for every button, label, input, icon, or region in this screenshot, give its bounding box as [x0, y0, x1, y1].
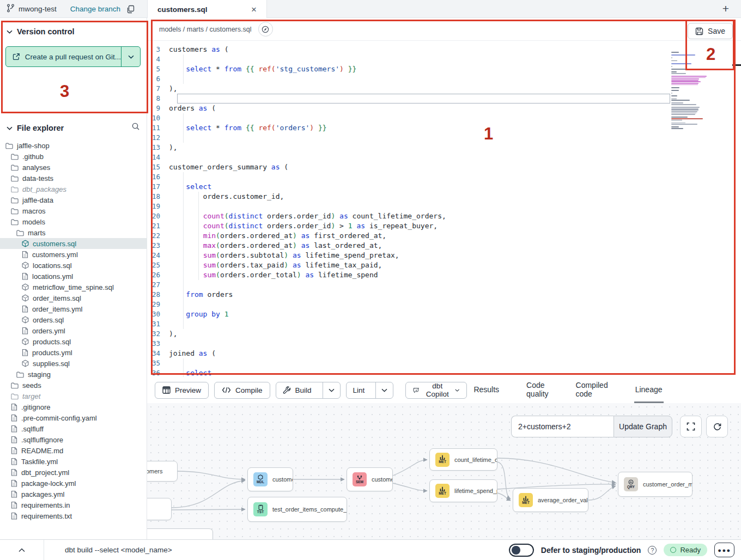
- code-line-22[interactable]: 22 min(orders.ordered_at) as first_order…: [147, 231, 741, 241]
- code-line-28[interactable]: 28 from orders: [147, 290, 741, 300]
- tree-item--sqlfluff[interactable]: .sqlfluff: [0, 423, 147, 434]
- code-line-12[interactable]: 12: [147, 133, 741, 143]
- code-line-7[interactable]: 7),: [147, 84, 741, 94]
- lineage-node-customers[interactable]: MDLcustomers: [247, 467, 293, 491]
- code-line-11[interactable]: 11 select * from {{ ref('orders') }}: [147, 123, 741, 133]
- code-line-21[interactable]: 21 count(distinct orders.order_id) > 1 a…: [147, 221, 741, 231]
- tab-results[interactable]: Results: [472, 377, 500, 403]
- tree-item-supplies-sql[interactable]: supplies.sql: [0, 358, 147, 369]
- tab-compiled-code[interactable]: Compiled code: [575, 377, 609, 403]
- code-line-23[interactable]: 23 max(orders.ordered_at) as last_ordere…: [147, 241, 741, 251]
- change-branch-link[interactable]: Change branch: [70, 5, 120, 13]
- lint-button[interactable]: Lint: [347, 382, 372, 398]
- code-line-27[interactable]: 27: [147, 280, 741, 290]
- lineage-node-test-order-items-compute-to-bools-[interactable]: TSTtest_order_items_compute_to_bools...: [247, 497, 347, 522]
- more-options-button[interactable]: ●●●: [714, 543, 734, 557]
- tree-item-jaffle-shop[interactable]: jaffle-shop: [0, 140, 147, 151]
- command-expand-caret[interactable]: [0, 548, 44, 552]
- tab-code-quality[interactable]: Code quality: [525, 377, 549, 403]
- tree-item-dbt-packages[interactable]: dbt_packages: [0, 184, 147, 194]
- compile-button[interactable]: Compile: [214, 382, 270, 399]
- code-line-34[interactable]: 34joined as (: [147, 349, 741, 358]
- lineage-panel[interactable]: stg_customersordersMDLcustomersTSTtest_o…: [147, 403, 741, 539]
- tree-item-models[interactable]: models: [0, 216, 147, 227]
- tree-item-target[interactable]: target: [0, 391, 147, 401]
- code-line-16[interactable]: 16: [147, 172, 741, 182]
- tree-item-order-items-sql[interactable]: order_items.sql: [0, 293, 147, 303]
- lineage-filter-input[interactable]: [511, 416, 614, 437]
- search-icon[interactable]: [131, 122, 140, 131]
- lineage-node-stg-customers[interactable]: stg_customers: [147, 461, 178, 482]
- build-caret[interactable]: [323, 382, 340, 398]
- code-line-25[interactable]: 25 sum(orders.tax_paid) as lifetime_tax_…: [147, 260, 741, 270]
- tree-item-metricflow-time-spine-sql[interactable]: metricflow_time_spine.sql: [0, 282, 147, 293]
- code-line-26[interactable]: 26 sum(orders.order_total) as lifetime_s…: [147, 270, 741, 280]
- code-line-24[interactable]: 24 sum(orders.subtotal) as lifetime_spen…: [147, 251, 741, 260]
- code-line-18[interactable]: 18 orders.customer_id,: [147, 192, 741, 202]
- lineage-node-orders[interactable]: orders: [147, 498, 172, 520]
- code-line-5[interactable]: 5 select * from {{ ref('stg_customers') …: [147, 64, 741, 74]
- file-explorer-header[interactable]: File explorer: [0, 122, 147, 134]
- tree-item-requirements-txt[interactable]: requirements.txt: [0, 510, 147, 521]
- save-button[interactable]: Save: [688, 23, 733, 39]
- tree-item-readme-md[interactable]: README.md: [0, 445, 147, 456]
- tree-item-dbt-project-yml[interactable]: dbt_project.yml: [0, 467, 147, 478]
- code-line-4[interactable]: 4: [147, 54, 741, 64]
- lint-caret[interactable]: [375, 382, 393, 398]
- tree-item-staging[interactable]: staging: [0, 369, 147, 380]
- code-line-35[interactable]: 35: [147, 358, 741, 368]
- help-icon[interactable]: ?: [648, 546, 657, 555]
- code-line-13[interactable]: 13),: [147, 143, 741, 153]
- tree-item--pre-commit-config-yaml[interactable]: .pre-commit-config.yaml: [0, 412, 147, 423]
- tree-item-requirements-in[interactable]: requirements.in: [0, 500, 147, 510]
- code-line-31[interactable]: 31: [147, 319, 741, 329]
- code-line-6[interactable]: 6: [147, 74, 741, 84]
- tab-lineage[interactable]: Lineage: [634, 377, 664, 403]
- tree-item-products-sql[interactable]: products.sql: [0, 336, 147, 347]
- dbt-copilot-button[interactable]: dbt Copilot: [405, 382, 467, 399]
- command-input[interactable]: dbt build --select <model_name>: [65, 546, 172, 554]
- copy-icon[interactable]: [126, 5, 135, 14]
- tree-item-products-yml[interactable]: products.yml: [0, 347, 147, 358]
- lineage-node-average-order-value[interactable]: METaverage_order_value: [513, 488, 588, 512]
- lineage-node-lifetime-spend-pretax[interactable]: METlifetime_spend_pretax: [429, 479, 497, 502]
- tree-item-locations-sql[interactable]: locations.sql: [0, 260, 147, 271]
- tree-item--github[interactable]: .github: [0, 151, 147, 162]
- tree-item-order-items-yml[interactable]: order_items.yml: [0, 303, 147, 314]
- lineage-node-customer-order-metrics[interactable]: QRYcustomer_order_metrics: [618, 472, 693, 497]
- lineage-node-customers[interactable]: SEMcustomers: [347, 467, 393, 491]
- tree-item--sqlfluffignore[interactable]: .sqlfluffignore: [0, 434, 147, 445]
- minimap[interactable]: [671, 52, 717, 139]
- tree-item-orders-yml[interactable]: orders.yml: [0, 325, 147, 336]
- tree-item-package-lock-yml[interactable]: package-lock.yml: [0, 478, 147, 489]
- tree-item-customers-yml[interactable]: customers.yml: [0, 249, 147, 260]
- tree-item-macros[interactable]: macros: [0, 205, 147, 216]
- code-line-10[interactable]: 10: [147, 113, 741, 123]
- tree-item-packages-yml[interactable]: packages.yml: [0, 489, 147, 500]
- tree-item-marts[interactable]: marts: [0, 227, 147, 238]
- tree-item-data-tests[interactable]: data-tests: [0, 173, 147, 184]
- code-line-32[interactable]: 32),: [147, 329, 741, 339]
- code-line-3[interactable]: 3customers as (: [147, 45, 741, 54]
- minimap-handle[interactable]: [732, 64, 741, 66]
- code-line-8[interactable]: 8: [147, 94, 741, 104]
- code-line-29[interactable]: 29: [147, 300, 741, 309]
- tree-item--gitignore[interactable]: .gitignore: [0, 401, 147, 412]
- code-line-15[interactable]: 15customer_orders_summary as (: [147, 162, 741, 172]
- navigate-icon[interactable]: [258, 22, 273, 36]
- defer-toggle[interactable]: [509, 544, 534, 557]
- tab-customers-sql[interactable]: customers.sql ×: [147, 0, 267, 19]
- create-pr-main[interactable]: Create a pull request on Git...: [6, 47, 122, 66]
- lineage-node-count-lifetime-orders[interactable]: METcount_lifetime_orders: [429, 448, 497, 471]
- new-tab-button[interactable]: +: [718, 1, 733, 16]
- lineage-node-partial[interactable]: [147, 528, 213, 539]
- update-graph-button[interactable]: Update Graph: [614, 416, 672, 437]
- tree-item-locations-yml[interactable]: locations.yml: [0, 271, 147, 282]
- tree-item-seeds[interactable]: seeds: [0, 380, 147, 391]
- code-line-14[interactable]: 14: [147, 153, 741, 162]
- build-button[interactable]: Build: [276, 382, 318, 398]
- tree-item-orders-sql[interactable]: orders.sql: [0, 314, 147, 325]
- tree-item-taskfile-yml[interactable]: Taskfile.yml: [0, 456, 147, 467]
- version-control-header[interactable]: Version control: [0, 26, 147, 38]
- code-line-30[interactable]: 30 group by 1: [147, 309, 741, 319]
